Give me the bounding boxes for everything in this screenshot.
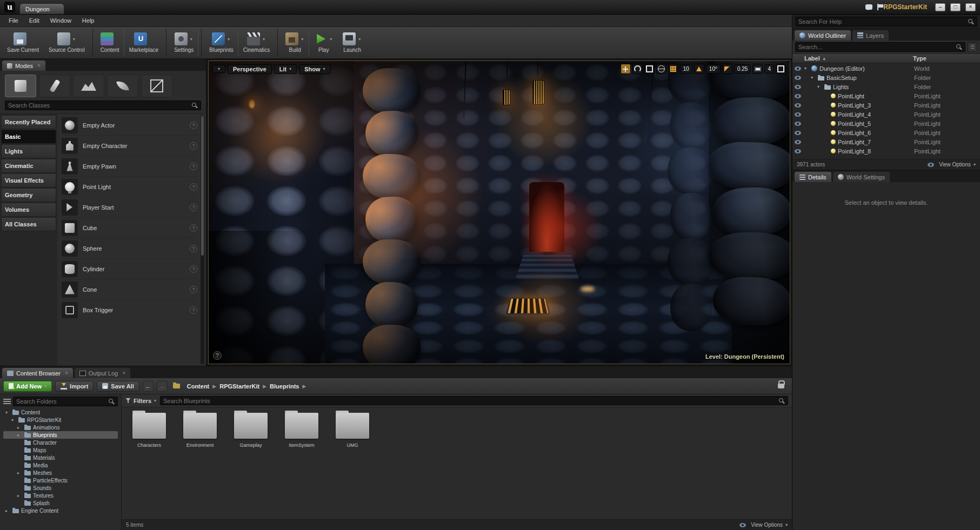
expand-arrow-icon[interactable]: ▸ [17, 493, 22, 498]
mode-tile[interactable] [5, 75, 36, 97]
panel-tab[interactable]: Layers [852, 30, 889, 41]
type-column-header[interactable]: Type [913, 55, 977, 62]
minimize-button[interactable]: – [935, 3, 945, 11]
path-lock-icon[interactable] [778, 384, 784, 388]
breadcrumb-item[interactable]: Blueprints [267, 382, 302, 391]
dropdown-caret-icon[interactable]: ▾ [357, 37, 362, 42]
item-help-icon[interactable]: ? [190, 204, 197, 211]
menu-item[interactable]: Edit [24, 16, 45, 25]
rotation-snap-toggle[interactable] [694, 64, 704, 74]
mode-tile[interactable] [73, 75, 104, 97]
placement-category[interactable]: Visual Effects [1, 173, 56, 187]
folder-tree-row[interactable]: Media [3, 461, 118, 469]
grid-snap-toggle[interactable] [668, 64, 678, 74]
placement-category[interactable]: All Classes [1, 217, 56, 231]
classes-search-input[interactable] [8, 102, 189, 109]
folder-tree-row[interactable]: ▾ Content [3, 408, 118, 416]
panel-tab[interactable]: Output Log × [75, 368, 130, 378]
rotation-snap-value[interactable]: 10° [706, 64, 721, 73]
item-help-icon[interactable]: ? [190, 122, 197, 129]
visibility-eye-icon[interactable] [795, 131, 801, 135]
visibility-eye-icon[interactable] [795, 122, 801, 126]
item-help-icon[interactable]: ? [190, 224, 197, 232]
placement-category[interactable]: Recently Placed [1, 115, 56, 129]
dropdown-caret-icon[interactable]: ▾ [262, 37, 266, 42]
folder-tree-row[interactable]: ▸ Blueprints [3, 431, 118, 439]
toolbar-button[interactable]: ▾ Marketplace [124, 29, 163, 57]
expand-arrow-icon[interactable]: ▸ [17, 433, 22, 438]
close-button[interactable]: × [965, 3, 976, 11]
folder-tree-row[interactable]: ▸ Engine Content [3, 507, 118, 514]
folder-tree-row[interactable]: Character [3, 439, 118, 446]
expand-arrow-icon[interactable]: ▾ [817, 84, 822, 89]
outliner-row[interactable]: ▾ Lights Folder [792, 82, 980, 91]
placeable-item[interactable]: Player Start ? [62, 197, 197, 218]
dropdown-caret-icon[interactable]: ▾ [329, 37, 333, 42]
folder-tree-row[interactable]: ▸ Meshes [3, 469, 118, 477]
toolbar-button[interactable]: ▾ Play [309, 29, 338, 57]
visibility-eye-icon[interactable] [795, 85, 801, 89]
grid-snap-value[interactable]: 10 [680, 64, 692, 73]
close-tab-icon[interactable]: × [65, 370, 68, 376]
visibility-eye-icon[interactable] [795, 94, 801, 98]
outliner-row[interactable]: PointLight_3 PointLight [792, 100, 980, 110]
dropdown-caret-icon[interactable]: ▾ [72, 37, 76, 42]
folder-tree-row[interactable]: Maps [3, 446, 118, 454]
back-button[interactable]: ← [143, 381, 154, 392]
toolbar-button[interactable]: ▾ Cinematics [238, 29, 275, 57]
rotate-tool-button[interactable] [632, 64, 643, 74]
feedback-bubble-icon[interactable] [865, 4, 872, 10]
label-column-header[interactable]: Label [804, 55, 820, 62]
placeable-item[interactable]: Empty Actor ? [62, 115, 197, 136]
menu-item[interactable]: Help [77, 16, 100, 25]
toolbar-button[interactable]: ▾ Save Current [2, 29, 44, 57]
folder-tree-row[interactable]: ▸ Animations [3, 424, 118, 431]
visibility-eye-icon[interactable] [795, 112, 801, 117]
expand-arrow-icon[interactable]: ▸ [17, 425, 22, 430]
placeable-item[interactable]: Cube ? [62, 218, 197, 238]
dropdown-caret-icon[interactable]: ▾ [226, 37, 231, 42]
placeable-item[interactable]: Point Light ? [62, 177, 197, 197]
placement-category[interactable]: Lights [1, 144, 56, 158]
dropdown-caret-icon[interactable]: ▾ [300, 37, 304, 42]
expand-arrow-icon[interactable]: ▸ [17, 471, 22, 475]
expand-arrow-icon[interactable]: ▾ [5, 410, 10, 415]
placeable-item[interactable]: Cone ? [62, 279, 197, 300]
menu-item[interactable]: File [3, 16, 24, 25]
help-search-input[interactable] [798, 18, 965, 25]
forward-button[interactable]: → [157, 381, 168, 392]
maximize-viewport-button[interactable] [776, 64, 786, 74]
expand-arrow-icon[interactable]: ▾ [804, 66, 809, 71]
item-help-icon[interactable]: ? [190, 245, 197, 252]
scale-snap-toggle[interactable] [722, 64, 732, 74]
visibility-eye-icon[interactable] [795, 149, 801, 153]
toolbar-button[interactable]: ▾ Source Control [44, 29, 90, 57]
asset-folder[interactable]: Characters [128, 413, 170, 448]
visibility-eye-icon[interactable] [795, 140, 801, 144]
toolbar-button[interactable]: ▾ Launch [338, 29, 366, 57]
expand-arrow-icon[interactable]: ▾ [11, 418, 16, 422]
folder-tree-row[interactable]: ParticleEffects [3, 477, 118, 484]
toolbar-button[interactable]: ▾ Blueprints [201, 29, 238, 57]
show-flags-button[interactable]: Show▾ [299, 64, 330, 74]
item-help-icon[interactable]: ? [190, 286, 197, 293]
placement-category[interactable]: Geometry [1, 188, 56, 202]
outliner-row[interactable]: PointLight_4 PointLight [792, 110, 980, 119]
tab-modes[interactable]: Modes × [2, 61, 45, 71]
panel-tab[interactable]: World Outliner [795, 30, 851, 41]
camera-speed-button[interactable] [752, 64, 763, 74]
placeable-item[interactable]: Empty Character ? [62, 136, 197, 156]
item-help-icon[interactable]: ? [190, 163, 197, 170]
toolbar-button[interactable]: ▾ Build [277, 29, 309, 57]
visibility-eye-icon[interactable] [795, 66, 801, 71]
scale-snap-value[interactable]: 0.25 [734, 64, 751, 73]
item-help-icon[interactable]: ? [190, 142, 197, 150]
folders-search-input[interactable] [16, 398, 106, 405]
view-options-button[interactable]: View Options ▾ [928, 162, 976, 167]
panel-tab[interactable]: Details [795, 172, 831, 182]
level-tab[interactable]: Dungeon [19, 3, 64, 14]
mode-tile[interactable] [141, 75, 172, 97]
world-coordinate-button[interactable] [656, 64, 666, 74]
placement-category[interactable]: Cinematic [1, 159, 56, 173]
add-new-button[interactable]: Add New ▾ [3, 381, 52, 392]
